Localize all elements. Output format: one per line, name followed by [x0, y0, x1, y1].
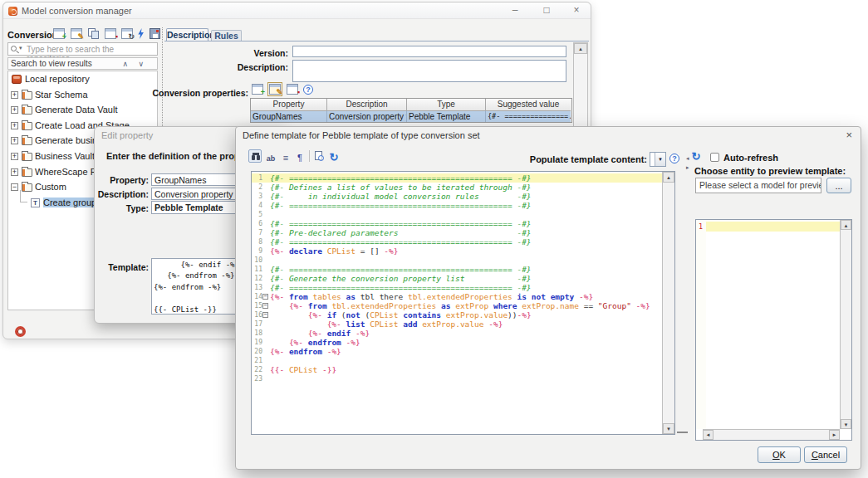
collapse-up-icon[interactable]: ∧ [122, 59, 128, 70]
line-number-gutter: 16− [252, 310, 268, 319]
collapse-down-icon[interactable]: ∨ [138, 59, 144, 70]
template-preview-panel[interactable]: 1 ▲ ▼ ◄ ► [695, 219, 852, 441]
fold-marker-icon[interactable]: − [262, 303, 268, 309]
run-conversion-icon[interactable] [137, 28, 145, 39]
code-line: 1{#- ===================================… [252, 173, 662, 183]
fold-marker-icon[interactable]: − [262, 312, 268, 318]
tree-expander-icon[interactable]: + [11, 137, 18, 144]
new-conversion-icon[interactable]: + [53, 28, 65, 39]
template-code-editor[interactable]: 1{#- ===================================… [251, 171, 675, 435]
editor-scrollbar[interactable]: ▲ ▼ [662, 172, 674, 434]
ok-button[interactable]: OK [758, 446, 801, 463]
search-options-caret-icon[interactable]: ▾ [19, 45, 22, 51]
version-label: Version: [208, 48, 288, 58]
scroll-up-icon[interactable]: ▲ [663, 172, 674, 183]
add-property-icon[interactable]: + [252, 84, 263, 95]
db-icon [12, 75, 22, 84]
folder-icon [22, 153, 32, 161]
delete-property-icon[interactable]: ▪ [287, 84, 298, 95]
results-header-label: Search to view results [11, 59, 92, 68]
browse-button[interactable]: ... [826, 178, 851, 193]
properties-table[interactable]: PropertyDescriptionTypeSuggested valueGr… [250, 98, 572, 123]
preview-model-field[interactable]: Please select a model for preview [695, 178, 821, 193]
tree-item-label: Create groups [43, 198, 101, 207]
auto-refresh-checkbox[interactable] [710, 153, 719, 162]
table-cell: Pebble Template [407, 110, 486, 122]
code-line: 17 {%- list CPList add extProp.value -%} [252, 319, 662, 329]
repository-search-input[interactable]: ▾ Type here to search the repositories [7, 42, 158, 56]
code-line: 19 {%- endfrom -%} [252, 338, 662, 347]
scroll-left-icon[interactable]: ◄ [703, 430, 714, 440]
table-header-cell[interactable]: Suggested value [486, 99, 571, 110]
close-icon[interactable]: × [846, 129, 852, 141]
fold-marker-icon[interactable]: − [262, 294, 268, 300]
minimize-button[interactable]: – [506, 4, 524, 17]
code-line: 2{#- Defines a list of values to be iter… [252, 183, 662, 192]
tree-item-label: Local repository [25, 74, 90, 84]
code-line: 4{#- ===================================… [252, 201, 662, 210]
line-number-gutter: 3 [252, 192, 268, 201]
format-icon[interactable]: ≡ [279, 149, 292, 163]
line-number-gutter: 19 [252, 338, 268, 347]
tree-expander-icon[interactable]: + [11, 122, 18, 129]
tree-expander-icon[interactable]: − [11, 183, 18, 191]
auto-refresh-icon[interactable]: ↻ [689, 149, 703, 162]
support-buoy-icon[interactable] [15, 326, 26, 337]
tab-description[interactable]: Description [166, 28, 208, 41]
help-icon[interactable]: ? [303, 85, 313, 95]
scroll-up-icon[interactable]: ▲ [574, 43, 587, 54]
preview-icon[interactable] [312, 149, 326, 163]
collapse-left-icon[interactable]: ◂ [686, 155, 689, 161]
show-whitespace-icon[interactable]: ¶ [293, 149, 306, 163]
table-row[interactable]: GroupNamesConversion property for ..Pebb… [251, 110, 571, 122]
import-export-icon[interactable] [150, 28, 160, 39]
line-number-gutter: 14− [252, 292, 268, 301]
preview-vscrollbar[interactable]: ▲ ▼ [840, 220, 851, 429]
table-header-cell[interactable]: Type [407, 99, 486, 110]
code-area[interactable]: 1{#- ===================================… [252, 172, 662, 434]
table-header-cell[interactable]: Description [327, 99, 407, 110]
splitter-handle[interactable] [677, 432, 688, 433]
edit-property-icon[interactable]: ✎ [269, 84, 281, 95]
find-icon[interactable] [248, 149, 262, 163]
chevron-down-icon[interactable]: ▼ [655, 153, 665, 166]
preview-gutter [696, 220, 706, 429]
replace-icon[interactable]: ab [264, 149, 277, 163]
auto-refresh-label: Auto-refresh [723, 153, 778, 163]
tree-expander-icon[interactable]: + [11, 106, 18, 114]
results-header[interactable]: Search to view results ∧ ∨ [7, 57, 158, 70]
code-line: 5 [252, 210, 662, 219]
tree-expander-icon[interactable]: + [11, 168, 18, 176]
panel-scrollbar[interactable]: ▲ [573, 42, 588, 129]
tab-rules[interactable]: Rules [211, 30, 242, 41]
copy-conversion-icon[interactable] [88, 28, 100, 39]
tree-item[interactable]: +Generate Data Vault [8, 102, 157, 118]
populate-template-select[interactable]: ▼ [650, 152, 666, 167]
tree-expander-icon[interactable]: + [11, 91, 18, 99]
table-cell: Conversion property for .. [327, 110, 407, 122]
help-icon[interactable]: ? [669, 154, 679, 163]
page: Model conversion manager – □ × Conversio… [0, 0, 868, 478]
edit-conversion-icon[interactable]: ✎ [71, 28, 82, 39]
preview-line-highlight [706, 222, 840, 232]
table-header-cell[interactable]: Property [251, 99, 327, 110]
tree-item[interactable]: Local repository [8, 71, 157, 87]
preview-hscrollbar[interactable]: ◄ ► [703, 429, 840, 440]
cancel-button[interactable]: Cancel [804, 446, 847, 463]
scroll-right-icon[interactable]: ► [829, 430, 840, 440]
maximize-button[interactable]: □ [537, 4, 556, 17]
template-dialog-title: Define template for Pebble template of t… [243, 130, 480, 140]
close-button[interactable]: × [567, 4, 586, 17]
scroll-up-icon[interactable]: ▲ [841, 220, 851, 230]
scroll-down-icon[interactable]: ▼ [841, 419, 851, 429]
delete-conversion-icon[interactable]: ▪ [105, 28, 116, 39]
expand-right-icon[interactable]: ▸ [686, 164, 689, 170]
version-input[interactable] [292, 46, 566, 57]
scroll-down-icon[interactable]: ▼ [663, 423, 674, 434]
validate-conversion-icon[interactable]: ↻ [121, 28, 133, 39]
main-titlebar[interactable]: Model conversion manager – □ × [3, 2, 591, 19]
refresh-icon[interactable]: ↻ [327, 149, 341, 163]
tree-expander-icon[interactable]: + [11, 153, 18, 160]
description-input[interactable] [292, 60, 566, 82]
line-number-gutter: 23 [252, 374, 268, 383]
